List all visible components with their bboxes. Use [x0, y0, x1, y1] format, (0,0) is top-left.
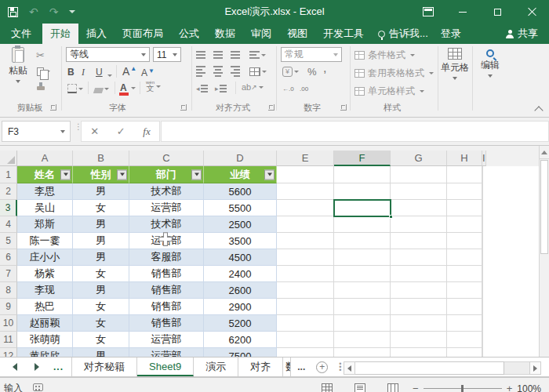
cell-B12[interactable]: 男	[73, 348, 129, 357]
sheet-overflow-left[interactable]: ...	[53, 361, 64, 372]
select-all-corner[interactable]	[0, 151, 17, 166]
row-header-1[interactable]: 1	[0, 166, 17, 183]
sheet-nav-left-icon[interactable]	[13, 363, 17, 371]
cell-A12[interactable]: 黄欣欣	[17, 348, 73, 357]
cell-I6[interactable]	[482, 249, 483, 266]
cell-H7[interactable]	[447, 266, 482, 282]
cell-F7[interactable]	[334, 266, 391, 282]
cell-I4[interactable]	[482, 216, 483, 233]
comma-style-button[interactable]: ,	[323, 61, 326, 75]
new-sheet-button[interactable]: +	[316, 361, 328, 373]
tab-page-layout[interactable]: 页面布局	[115, 24, 171, 44]
column-header-B[interactable]: B	[73, 151, 129, 166]
cell-G9[interactable]	[391, 299, 447, 315]
page-break-view-icon[interactable]	[387, 383, 398, 392]
cell-G5[interactable]	[391, 233, 447, 249]
tell-me-box[interactable]: 告诉我...	[372, 24, 434, 44]
cell-A4[interactable]: 郑斯	[17, 216, 73, 233]
column-header-G[interactable]: G	[391, 151, 447, 166]
cell-B1[interactable]: 性别	[73, 166, 129, 183]
cell-styles-button[interactable]: 单元格样式	[354, 85, 424, 98]
tab-review[interactable]: 审阅	[243, 24, 279, 44]
cell-G4[interactable]	[391, 216, 447, 233]
cell-D11[interactable]: 6200	[204, 332, 277, 348]
tab-data[interactable]: 数据	[207, 24, 243, 44]
cell-I12[interactable]	[482, 348, 483, 357]
cell-E9[interactable]	[277, 299, 334, 315]
cell-E4[interactable]	[277, 216, 334, 233]
cell-G7[interactable]	[391, 266, 447, 282]
decrease-decimal-button[interactable]: .00	[300, 82, 308, 96]
cell-F5[interactable]	[334, 233, 391, 249]
page-layout-view-icon[interactable]	[354, 383, 365, 392]
cell-C7[interactable]: 销售部	[129, 266, 204, 282]
cell-B7[interactable]: 女	[73, 266, 129, 282]
cell-A6[interactable]: 庄小小	[17, 249, 73, 266]
sheet-tab-yanshi[interactable]: 演示	[194, 358, 238, 376]
cell-F12[interactable]	[334, 348, 391, 357]
tab-formulas[interactable]: 公式	[171, 24, 207, 44]
maximize-button[interactable]	[480, 0, 514, 24]
cell-G12[interactable]	[391, 348, 447, 357]
column-header-D[interactable]: D	[204, 151, 277, 166]
cell-F8[interactable]	[334, 282, 391, 299]
tab-home[interactable]: 开始	[42, 24, 78, 44]
cell-B11[interactable]: 女	[73, 332, 129, 348]
cell-D2[interactable]: 5600	[204, 183, 277, 200]
cell-C3[interactable]: 运营部	[129, 200, 204, 216]
cell-H11[interactable]	[447, 332, 482, 348]
cell-F2[interactable]	[334, 183, 391, 200]
increase-indent-button[interactable]: ▸	[215, 82, 227, 96]
cell-I9[interactable]	[482, 299, 483, 315]
cell-E2[interactable]	[277, 183, 334, 200]
cell-B8[interactable]: 男	[73, 282, 129, 299]
font-name-combo[interactable]: 等线	[66, 47, 150, 62]
cell-B10[interactable]: 女	[73, 315, 129, 332]
editing-button[interactable]: 编辑	[475, 48, 505, 78]
ribbon-display-options-button[interactable]	[411, 0, 445, 24]
cell-E7[interactable]	[277, 266, 334, 282]
cell-H3[interactable]	[447, 200, 482, 216]
cell-I8[interactable]	[482, 282, 483, 299]
align-left-button[interactable]	[196, 64, 205, 78]
name-box[interactable]: F3	[2, 121, 71, 142]
sheet-tab-duiqimiji[interactable]: 对齐秘籍	[71, 358, 137, 376]
decrease-indent-button[interactable]: ◂	[196, 82, 208, 96]
cell-C2[interactable]: 技术部	[129, 183, 204, 200]
row-header-10[interactable]: 10	[0, 315, 17, 332]
cell-C6[interactable]: 客服部	[129, 249, 204, 266]
bold-button[interactable]: B	[67, 65, 75, 79]
conditional-formatting-button[interactable]: 条件格式	[354, 49, 415, 62]
tab-insert[interactable]: 插入	[78, 24, 115, 44]
cell-E1[interactable]	[277, 166, 334, 183]
sheet-tab-duiqi[interactable]: 对齐	[238, 358, 283, 376]
align-right-button[interactable]	[231, 64, 240, 78]
tab-developer[interactable]: 开发工具	[315, 24, 372, 44]
cell-D6[interactable]: 4500	[204, 249, 277, 266]
column-header-C[interactable]: C	[129, 151, 204, 166]
cell-C8[interactable]: 销售部	[129, 282, 204, 299]
cell-B4[interactable]: 男	[73, 216, 129, 233]
cell-D1[interactable]: 业绩	[204, 166, 277, 183]
clipboard-dialog-launcher[interactable]	[50, 104, 56, 111]
sheet-tab-clipped[interactable]: 数	[283, 358, 291, 376]
zoom-in-icon[interactable]: +	[507, 383, 513, 392]
cell-H8[interactable]	[447, 282, 482, 299]
cell-H12[interactable]	[447, 348, 482, 357]
cell-H9[interactable]	[447, 299, 482, 315]
copy-button[interactable]	[37, 65, 54, 78]
number-format-combo[interactable]: 常规	[281, 47, 342, 62]
sheet-nav-right-icon[interactable]	[35, 363, 39, 371]
zoom-out-icon[interactable]: −	[413, 383, 419, 392]
vertical-scroll-thumb[interactable]	[540, 160, 548, 254]
cell-H1[interactable]	[447, 166, 482, 183]
cell-C4[interactable]: 技术部	[129, 216, 204, 233]
tab-view[interactable]: 视图	[279, 24, 315, 44]
cell-D5[interactable]: 3500	[204, 233, 277, 249]
font-size-combo[interactable]: 11	[153, 47, 181, 62]
cell-A8[interactable]: 李现	[17, 282, 73, 299]
cells-button[interactable]: 单元格	[439, 48, 471, 80]
cell-B3[interactable]: 女	[73, 200, 129, 216]
underline-button[interactable]: U	[96, 65, 103, 79]
cell-I5[interactable]	[482, 233, 483, 249]
